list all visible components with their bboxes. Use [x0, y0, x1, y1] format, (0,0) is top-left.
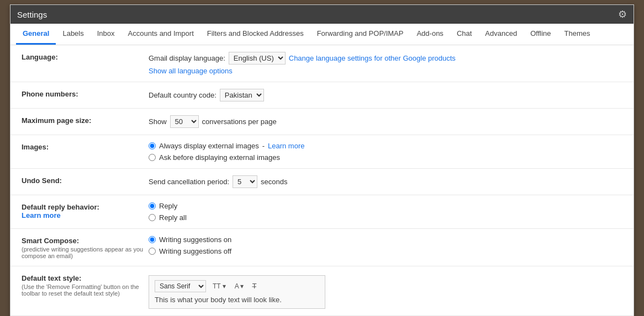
font-color-icon[interactable]: A ▾	[233, 281, 246, 291]
per-page-label: conversations per page	[202, 117, 277, 126]
default-text-content: Sans Serif Serif Monospace TT ▾ A ▾ T̶ T…	[149, 273, 622, 309]
smart-compose-content: Writing suggestions on Writing suggestio…	[149, 235, 622, 255]
display-language-label: Gmail display language:	[149, 54, 225, 62]
seconds-label: seconds	[261, 178, 287, 186]
default-text-label: Default text style: (Use the 'Remove For…	[22, 273, 149, 297]
reply-option2-label: Reply all	[159, 213, 187, 222]
tab-inbox[interactable]: Inbox	[91, 24, 122, 45]
remove-formatting-icon[interactable]: T̶	[250, 281, 258, 291]
reply-all-radio[interactable]	[149, 214, 156, 221]
smart-compose-off-radio[interactable]	[149, 248, 156, 255]
page-size-label: Maximum page size:	[22, 115, 149, 125]
reply-radio[interactable]	[149, 202, 156, 210]
default-reply-label: Default reply behavior: Learn more	[22, 202, 149, 219]
tabs-bar: General Labels Inbox Accounts and Import…	[10, 24, 634, 45]
undo-send-row: Undo Send: Send cancellation period: 5 1…	[10, 169, 634, 195]
tab-chat[interactable]: Chat	[450, 24, 478, 45]
images-content: Always display external images - Learn m…	[149, 142, 622, 162]
images-option1-label: Always display external images	[159, 142, 259, 150]
tab-forwarding[interactable]: Forwarding and POP/IMAP	[310, 24, 410, 45]
images-option1-item: Always display external images - Learn m…	[149, 142, 622, 150]
tab-labels[interactable]: Labels	[56, 24, 90, 45]
images-option2-label: Ask before displaying external images	[159, 153, 280, 162]
images-radio-always[interactable]	[149, 142, 156, 149]
phone-content: Default country code: Pakistan	[149, 89, 622, 101]
undo-send-content: Send cancellation period: 5 10 20 30 sec…	[149, 175, 622, 188]
page-size-row: Maximum page size: Show 50 25 100 conver…	[10, 109, 634, 135]
default-text-row: Default text style: (Use the 'Remove For…	[10, 266, 634, 316]
smart-compose-label: Smart Compose: (predictive writing sugge…	[22, 235, 149, 259]
phone-label: Phone numbers:	[22, 89, 149, 98]
smart-compose-on-item: Writing suggestions on	[149, 235, 622, 244]
text-format-toolbar: Sans Serif Serif Monospace TT ▾ A ▾ T̶	[155, 280, 319, 292]
change-language-link[interactable]: Change language settings for other Googl…	[289, 54, 456, 62]
smart-compose-off-label: Writing suggestions off	[159, 247, 231, 255]
format-preview-text: This is what your body text will look li…	[155, 296, 319, 304]
font-size-icon[interactable]: TT ▾	[210, 281, 228, 291]
images-row: Images: Always display external images -…	[10, 135, 634, 169]
images-radio-ask[interactable]	[149, 154, 156, 161]
show-label: Show	[149, 117, 167, 126]
language-select[interactable]: English (US)	[229, 52, 286, 65]
tab-accounts[interactable]: Accounts and Import	[122, 24, 200, 45]
settings-body: Language: Gmail display language: Englis…	[10, 45, 634, 316]
images-learn-more-link[interactable]: Learn more	[268, 142, 304, 150]
default-text-sublabel: (Use the 'Remove Formatting' button on t…	[22, 283, 149, 297]
page-size-content: Show 50 25 100 conversations per page	[149, 115, 622, 128]
default-reply-content: Reply Reply all	[149, 202, 622, 222]
tab-themes[interactable]: Themes	[558, 24, 597, 45]
images-option2-item: Ask before displaying external images	[149, 153, 622, 162]
reply-option1-label: Reply	[159, 202, 177, 210]
default-reply-row: Default reply behavior: Learn more Reply…	[10, 195, 634, 229]
default-reply-learn-more[interactable]: Learn more	[22, 211, 61, 219]
country-select[interactable]: Pakistan	[220, 89, 264, 101]
country-code-label: Default country code:	[149, 91, 217, 99]
font-select[interactable]: Sans Serif Serif Monospace	[155, 280, 206, 292]
undo-send-select[interactable]: 5 10 20 30	[233, 175, 257, 188]
language-content: Gmail display language: English (US) Cha…	[149, 52, 622, 75]
gear-icon[interactable]: ⚙	[618, 8, 627, 20]
settings-panel: Settings ⚙ General Labels Inbox Accounts…	[10, 4, 634, 316]
tab-general[interactable]: General	[16, 24, 56, 45]
smart-compose-on-radio[interactable]	[149, 236, 156, 243]
page-size-select[interactable]: 50 25 100	[170, 115, 199, 128]
smart-compose-on-label: Writing suggestions on	[159, 235, 231, 244]
reply-option2-item: Reply all	[149, 213, 622, 222]
text-format-box: Sans Serif Serif Monospace TT ▾ A ▾ T̶ T…	[149, 275, 325, 309]
tab-advanced[interactable]: Advanced	[478, 24, 524, 45]
smart-compose-off-item: Writing suggestions off	[149, 247, 622, 255]
settings-title: Settings	[17, 10, 47, 19]
reply-option1-item: Reply	[149, 202, 622, 210]
language-label: Language:	[22, 52, 149, 61]
show-all-languages-link[interactable]: Show all language options	[149, 67, 233, 75]
smart-compose-sublabel: (predictive writing suggestions appear a…	[22, 246, 149, 259]
undo-send-label: Undo Send:	[22, 175, 149, 185]
settings-header: Settings ⚙	[10, 5, 634, 24]
smart-compose-row: Smart Compose: (predictive writing sugge…	[10, 229, 634, 266]
period-label: Send cancellation period:	[149, 178, 229, 186]
images-label: Images:	[22, 142, 149, 151]
tab-filters[interactable]: Filters and Blocked Addresses	[200, 24, 310, 45]
tab-offline[interactable]: Offline	[524, 24, 557, 45]
phone-row: Phone numbers: Default country code: Pak…	[10, 82, 634, 109]
language-row: Language: Gmail display language: Englis…	[10, 45, 634, 82]
tab-addons[interactable]: Add-ons	[410, 24, 450, 45]
